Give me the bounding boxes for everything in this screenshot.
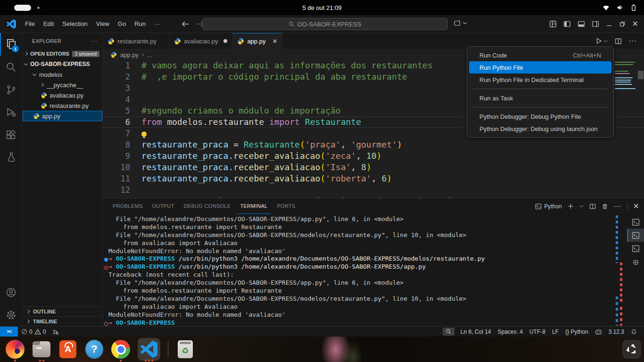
close-panel-icon[interactable]: ✕ (633, 202, 639, 211)
dock-firefox[interactable] (6, 340, 25, 359)
dock-vscode[interactable] (138, 338, 160, 361)
restore-icon[interactable] (619, 21, 626, 27)
open-editors-section[interactable]: OPEN EDITORS 1 unsaved (23, 49, 102, 59)
split-editor-icon[interactable] (615, 38, 622, 45)
workspace-root-row[interactable]: OO-SABOR-EXPRESS (23, 59, 102, 69)
zoom-indicator[interactable] (443, 328, 454, 336)
lightbulb-icon[interactable] (141, 132, 147, 137)
command-center-search[interactable]: OO-SABOR-EXPRESS (202, 18, 448, 30)
sidebar-more-icon[interactable]: ··· (91, 38, 98, 44)
terminal-list-item-3[interactable] (627, 242, 644, 255)
panel-more-icon[interactable]: ··· (614, 202, 621, 211)
menu-run[interactable]: Run (130, 19, 150, 29)
dock-trash[interactable]: ♻ (176, 340, 195, 359)
run-button[interactable] (595, 37, 608, 45)
code-line-10[interactable]: 10restaurante_praca.receber_avaliacao('I… (103, 162, 644, 173)
notifications-bell[interactable] (627, 329, 640, 335)
code-line-8[interactable]: 8restaurante_praca = Restaurante('praça'… (103, 139, 644, 150)
tree-item-modelos[interactable]: modelos (23, 69, 102, 80)
outline-section[interactable]: OUTLINE (23, 306, 102, 316)
tab-app.py[interactable]: app.py✕ (232, 33, 282, 49)
panel-header: PROBLEMSOUTPUTDEBUG CONSOLETERMINALPORTS… (103, 198, 644, 214)
menu-file[interactable]: File (21, 19, 39, 29)
close-window-icon[interactable]: ✕ (632, 20, 638, 28)
remote-indicator[interactable]: >< (0, 327, 18, 337)
menu-selection[interactable]: Selection (58, 19, 91, 29)
activity-source-control[interactable] (0, 78, 22, 101)
tree-item-avaliacao.py[interactable]: avaliacao.py (23, 90, 102, 100)
python-version[interactable]: 3.12.3 (605, 329, 627, 335)
panel-tab-ports[interactable]: PORTS (273, 198, 298, 214)
toggle-sidebar-right-icon[interactable] (592, 20, 599, 28)
eol-sequence[interactable]: LF (549, 329, 562, 335)
activity-explorer[interactable]: 1 (0, 33, 22, 56)
close-tab-icon[interactable]: ✕ (272, 38, 277, 45)
menu-view[interactable]: View (92, 19, 114, 29)
running-dots (111, 360, 130, 362)
tree-item-app.py[interactable]: app.py (23, 111, 102, 121)
code-line-11[interactable]: 11restaurante_praca.receber_avaliacao('r… (103, 173, 644, 184)
tree-item-restaurante.py[interactable]: restaurante.py (23, 100, 102, 111)
warning-count: 0 (43, 329, 46, 335)
customize-layout-icon[interactable] (549, 20, 557, 28)
menu-item-python-debugger-debug-python-file[interactable]: Python Debugger: Debug Python File (469, 110, 611, 123)
back-icon[interactable] (182, 21, 189, 27)
toggle-panel-icon[interactable] (578, 20, 585, 28)
tab-avaliacao.py[interactable]: avaliacao.py (169, 33, 232, 49)
activity-search[interactable] (0, 56, 22, 78)
panel-tab-problems[interactable]: PROBLEMS (109, 198, 146, 214)
show-apps-button[interactable] (622, 340, 641, 359)
copilot-status[interactable] (592, 329, 605, 335)
menu-item-run-as-task[interactable]: Run as Task (469, 92, 611, 104)
dock-files[interactable] (32, 340, 51, 359)
terminal-list-item-4[interactable] (627, 255, 644, 268)
debug-status[interactable] (49, 327, 62, 337)
more-actions-icon[interactable]: ··· (629, 37, 636, 45)
cursor-position[interactable]: Ln 6, Col 14 (457, 329, 495, 335)
kill-terminal-icon[interactable] (602, 203, 608, 210)
dock-help[interactable]: ? (85, 340, 104, 359)
activity-accounts[interactable] (0, 281, 22, 304)
activity-testing[interactable] (0, 146, 22, 169)
panel-tab-terminal[interactable]: TERMINAL (237, 198, 271, 214)
menu-item-python-debugger-debug-using-launch-json[interactable]: Python Debugger: Debug using launch.json (469, 123, 611, 135)
tab-restaurante.py[interactable]: restaurante.py (103, 33, 169, 49)
chevron-down-icon[interactable] (603, 40, 608, 43)
system-clock[interactable]: 5 de out 21:09 (0, 4, 644, 11)
activity-run-debug[interactable] (0, 101, 22, 123)
breadcrumb-more[interactable]: ... (147, 51, 152, 58)
encoding[interactable]: UTF-8 (526, 329, 549, 335)
timeline-section[interactable]: TIMELINE (23, 316, 102, 326)
terminal-decoration-blue (616, 215, 618, 263)
indentation[interactable]: Spaces: 4 (495, 329, 526, 335)
menu-item-run-python-file-in-dedicated-terminal[interactable]: Run Python File in Dedicated Terminal (469, 74, 611, 86)
chevron-down-icon[interactable] (579, 205, 584, 208)
terminal[interactable]: File "/home/alexandre/Documentos/OO-SABO… (103, 214, 644, 326)
panel-tab-debug-console[interactable]: DEBUG CONSOLE (181, 198, 234, 214)
menu-more[interactable]: ··· (150, 19, 165, 29)
menu-item-run-python-file[interactable]: Run Python File (469, 61, 611, 74)
new-terminal-icon[interactable] (568, 203, 574, 209)
toggle-sidebar-left-icon[interactable] (563, 20, 571, 28)
editor-scrollbar[interactable] (638, 71, 644, 79)
dock-software[interactable]: A (58, 340, 77, 359)
menu-edit[interactable]: Edit (39, 19, 58, 29)
language-mode[interactable]: {} Python (562, 329, 592, 335)
problems-status[interactable]: 0 0 (18, 327, 49, 337)
split-terminal-icon[interactable] (589, 203, 596, 210)
dock-chrome[interactable] (111, 340, 130, 359)
activity-settings[interactable] (0, 304, 22, 326)
panel-tab-output[interactable]: OUTPUT (149, 198, 178, 214)
code-line-12[interactable]: 12 (103, 184, 644, 196)
menu-item-run-code[interactable]: Run CodeCtrl+Alt+N (469, 49, 611, 61)
breadcrumb-file[interactable]: app.py (120, 51, 139, 58)
copilot-menu-button[interactable] (454, 19, 467, 27)
activity-extensions[interactable] (0, 123, 22, 146)
menu-go[interactable]: Go (114, 19, 130, 29)
shell-label[interactable]: Python (535, 203, 561, 210)
tree-item-__pycache__[interactable]: __pycache__ (23, 80, 102, 90)
terminal-list-item-2[interactable] (627, 229, 644, 242)
minimize-icon[interactable] (606, 21, 612, 27)
terminal-list-item-1[interactable] (627, 215, 644, 229)
code-line-9[interactable]: 9restaurante_praca.receber_avaliacao('ze… (103, 150, 644, 162)
